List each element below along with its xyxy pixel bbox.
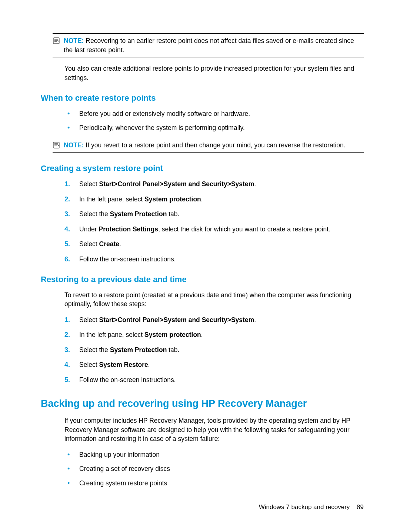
step-item: In the left pane, select System protecti…	[64, 195, 364, 204]
restore-steps: Select Start>Control Panel>System and Se…	[64, 315, 364, 385]
step-item: Select System Restore.	[64, 360, 364, 369]
list-item: Before you add or extensively modify sof…	[64, 109, 364, 118]
note-body: Recovering to an earlier restore point d…	[64, 37, 354, 54]
note-text: NOTE: If you revert to a restore point a…	[64, 141, 364, 150]
note-icon	[53, 141, 60, 149]
step-item: Follow the on-screen instructions.	[64, 255, 364, 264]
step-item: Under Protection Settings, select the di…	[64, 225, 364, 234]
heading-when: When to create restore points	[41, 93, 364, 104]
note-label: NOTE:	[64, 141, 84, 149]
step-item: Follow the on-screen instructions.	[64, 375, 364, 385]
footer-text: Windows 7 backup and recovery	[259, 503, 350, 511]
step-item: Select Create.	[64, 240, 364, 249]
backup-bullets: Backing up your information Creating a s…	[64, 450, 364, 488]
list-item: Periodically, whenever the system is per…	[64, 123, 364, 133]
document-page: NOTE: Recovering to an earlier restore p…	[0, 0, 400, 515]
heading-restore: Restoring to a previous date and time	[41, 274, 364, 285]
svg-rect-1	[53, 142, 59, 148]
when-bullets: Before you add or extensively modify sof…	[64, 109, 364, 133]
paragraph: If your computer includes HP Recovery Ma…	[64, 416, 364, 444]
note-block-2: NOTE: If you revert to a restore point a…	[53, 138, 364, 153]
page-number: 89	[357, 503, 364, 511]
paragraph: You also can create additional restore p…	[64, 64, 364, 82]
page-footer: Windows 7 backup and recovery 89	[259, 503, 364, 512]
heading-backup: Backing up and recovering using HP Recov…	[41, 397, 364, 411]
step-item: Select the System Protection tab.	[64, 210, 364, 219]
step-item: Select Start>Control Panel>System and Se…	[64, 315, 364, 325]
note-icon	[53, 37, 60, 44]
note-block-1: NOTE: Recovering to an earlier restore p…	[53, 33, 364, 57]
note-body: If you revert to a restore point and the…	[86, 141, 345, 149]
create-steps: Select Start>Control Panel>System and Se…	[64, 180, 364, 264]
note-label: NOTE:	[64, 37, 84, 44]
list-item: Creating system restore points	[64, 479, 364, 488]
step-item: Select the System Protection tab.	[64, 345, 364, 355]
paragraph: To revert to a restore point (created at…	[64, 291, 364, 309]
note-text: NOTE: Recovering to an earlier restore p…	[64, 36, 364, 54]
heading-create: Creating a system restore point	[41, 163, 364, 174]
list-item: Backing up your information	[64, 450, 364, 459]
svg-rect-0	[53, 38, 59, 44]
step-item: In the left pane, select System protecti…	[64, 330, 364, 339]
list-item: Creating a set of recovery discs	[64, 464, 364, 474]
step-item: Select Start>Control Panel>System and Se…	[64, 180, 364, 189]
